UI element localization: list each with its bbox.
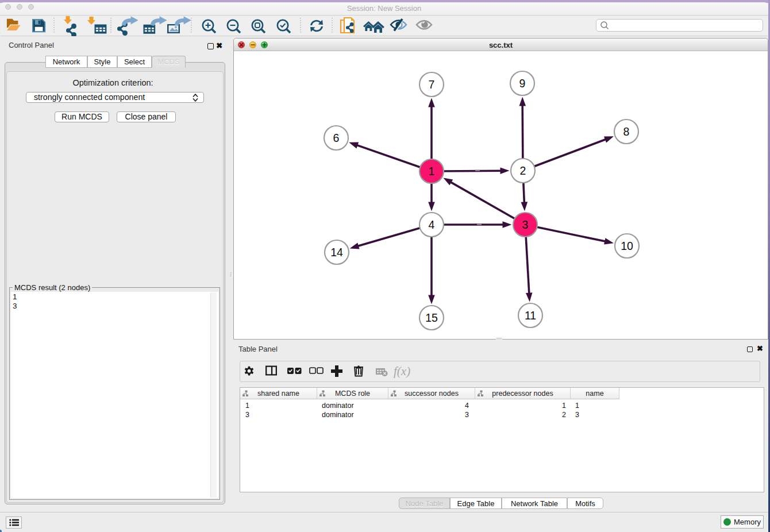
svg-text:14: 14 [330,246,343,259]
svg-text:10: 10 [621,240,633,252]
svg-text:8: 8 [623,125,630,138]
svg-text:3: 3 [522,218,529,231]
svg-text:f(x): f(x) [394,364,410,378]
svg-text:2: 2 [520,164,526,177]
svg-text:7: 7 [429,78,435,91]
svg-text:15: 15 [425,311,438,324]
svg-text:11: 11 [525,309,536,322]
svg-text:4: 4 [429,218,435,231]
svg-text:9: 9 [519,77,526,90]
svg-text:6: 6 [333,132,340,144]
svg-text:1: 1 [429,165,435,178]
